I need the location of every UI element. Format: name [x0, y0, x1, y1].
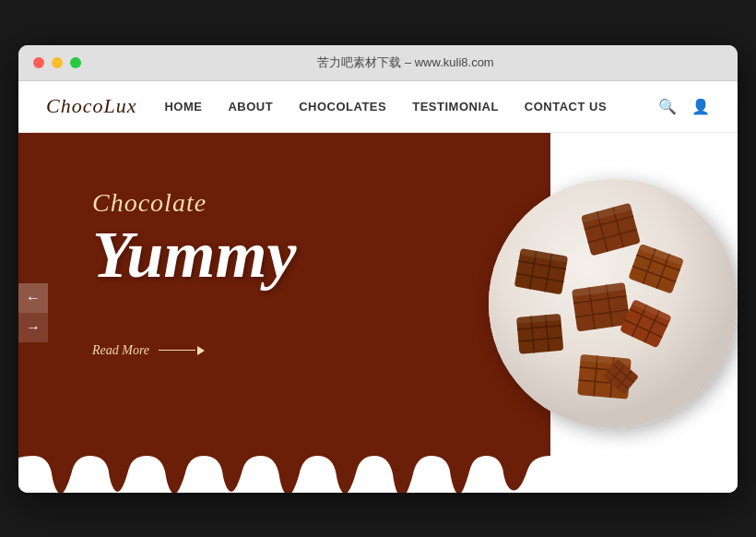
- nav-link-testimonial[interactable]: TESTIMONIAL: [412, 100, 499, 113]
- browser-titlebar: 苦力吧素材下载 – www.kuli8.com: [18, 45, 738, 81]
- hero-product-image: [461, 151, 738, 465]
- arrow-line: [159, 350, 195, 351]
- browser-window: 苦力吧素材下载 – www.kuli8.com ChocoLux HOME AB…: [18, 45, 738, 493]
- hero-text: Chocolate Yummy Read More: [92, 188, 296, 358]
- bowl: [461, 151, 738, 465]
- nav-links: HOME ABOUT CHOCOLATES TESTIMONIAL CONTAC…: [164, 98, 658, 114]
- slider-next-button[interactable]: →: [18, 313, 48, 342]
- bowl-circle: [489, 179, 738, 428]
- traffic-light-yellow[interactable]: [52, 57, 63, 68]
- arrow-head: [197, 346, 205, 355]
- read-more-link[interactable]: Read More: [92, 343, 296, 358]
- nav-link-contact[interactable]: CONTACT US: [525, 100, 607, 113]
- nav-icons: 🔍 👤: [658, 98, 710, 115]
- hero-subtitle: Chocolate: [92, 188, 296, 218]
- nav-item-testimonial[interactable]: TESTIMONIAL: [412, 98, 499, 114]
- hero-title: Yummy: [92, 221, 296, 288]
- browser-url: 苦力吧素材下载 – www.kuli8.com: [89, 54, 723, 71]
- navbar: ChocoLux HOME ABOUT CHOCOLATES TESTIMONI…: [18, 81, 738, 133]
- nav-item-contact[interactable]: CONTACT US: [525, 98, 607, 114]
- nav-item-home[interactable]: HOME: [164, 98, 202, 114]
- chocolate-svg: [489, 179, 738, 428]
- page-content: ChocoLux HOME ABOUT CHOCOLATES TESTIMONI…: [18, 81, 738, 493]
- search-icon[interactable]: 🔍: [658, 98, 677, 115]
- nav-link-about[interactable]: ABOUT: [228, 100, 273, 113]
- read-more-arrow: [159, 346, 205, 355]
- read-more-text: Read More: [92, 343, 149, 358]
- slider-navigation: ← →: [18, 283, 48, 342]
- traffic-light-red[interactable]: [33, 57, 44, 68]
- nav-link-home[interactable]: HOME: [164, 100, 202, 113]
- user-icon[interactable]: 👤: [691, 98, 710, 115]
- site-logo[interactable]: ChocoLux: [46, 94, 136, 118]
- nav-item-about[interactable]: ABOUT: [228, 98, 273, 114]
- slider-prev-button[interactable]: ←: [18, 283, 48, 313]
- nav-item-chocolates[interactable]: CHOCOLATES: [299, 98, 386, 114]
- traffic-light-green[interactable]: [70, 57, 81, 68]
- hero-section: ← → Chocolate Yummy Read More: [18, 133, 738, 493]
- nav-link-chocolates[interactable]: CHOCOLATES: [299, 100, 386, 113]
